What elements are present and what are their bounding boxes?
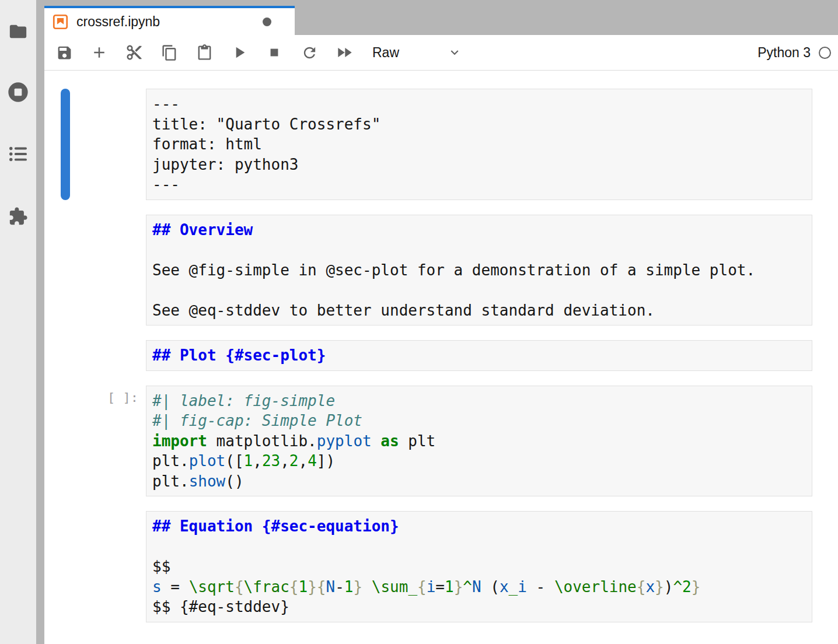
cell-0-raw[interactable]: ---title: "Quarto Crossrefs"format: html… xyxy=(44,89,812,200)
cell-3-code[interactable]: [ ]:#| label: fig-simple#| fig-cap: Simp… xyxy=(44,386,812,497)
code-line: $$ {#eq-stddev} xyxy=(152,597,806,617)
tab-bar: crossref.ipynb xyxy=(44,0,838,35)
cell-gutter xyxy=(44,340,146,371)
cell-gutter xyxy=(44,89,146,200)
notebook-toolbar: Raw Python 3 xyxy=(44,35,838,71)
plus-icon xyxy=(90,44,108,61)
left-activity-bar xyxy=(0,0,36,644)
cell-2-markdown[interactable]: ## Plot {#sec-plot} xyxy=(44,340,812,371)
code-line: --- xyxy=(152,94,806,114)
cell-editor[interactable]: ## Overview See @fig-simple in @sec-plot… xyxy=(146,215,812,326)
cell-4-markdown[interactable]: ## Equation {#sec-equation} $$s = \sqrt{… xyxy=(44,511,812,622)
code-line: ## Plot {#sec-plot} xyxy=(152,345,806,366)
code-line: plt.plot([1,23,2,4]) xyxy=(152,451,806,471)
chevron-down-icon xyxy=(447,45,468,60)
cut-cells-button[interactable] xyxy=(117,36,152,69)
cell-type-dropdown[interactable]: Raw xyxy=(362,36,468,69)
code-line: $$ xyxy=(152,556,806,577)
run-cell-button[interactable] xyxy=(222,36,257,69)
insert-cell-below-button[interactable] xyxy=(82,36,117,69)
cell-gutter xyxy=(44,511,146,622)
play-icon xyxy=(230,43,249,62)
cell-editor[interactable]: ## Equation {#sec-equation} $$s = \sqrt{… xyxy=(146,511,812,622)
list-icon xyxy=(8,145,28,165)
code-line: title: "Quarto Crossrefs" xyxy=(152,114,806,135)
code-line xyxy=(152,240,806,260)
tab-crossref-ipynb[interactable]: crossref.ipynb xyxy=(44,6,295,35)
code-line: #| fig-cap: Simple Plot xyxy=(152,411,806,431)
code-line: plt.show() xyxy=(152,471,806,492)
code-line: #| label: fig-simple xyxy=(152,391,806,411)
notebook-icon xyxy=(53,14,68,30)
cell-gutter: [ ]: xyxy=(44,386,146,497)
copy-icon xyxy=(161,44,178,61)
cell-editor[interactable]: #| label: fig-simple#| fig-cap: Simple P… xyxy=(146,386,812,497)
kernel-name: Python 3 xyxy=(757,45,811,61)
cell-1-markdown[interactable]: ## Overview See @fig-simple in @sec-plot… xyxy=(44,215,812,326)
code-line: See @fig-simple in @sec-plot for a demon… xyxy=(152,260,806,281)
sidebar-divider xyxy=(36,0,44,644)
kernel-indicator[interactable]: Python 3 xyxy=(757,45,838,61)
cell-editor[interactable]: ---title: "Quarto Crossrefs"format: html… xyxy=(146,89,812,200)
stop-icon xyxy=(266,44,282,61)
code-line: ## Overview xyxy=(152,220,806,240)
code-line: --- xyxy=(152,174,806,195)
sidebar-item-extension-manager[interactable] xyxy=(0,206,36,229)
sidebar-item-running-terminals-kernels[interactable] xyxy=(0,80,36,106)
code-line: ## Equation {#sec-equation} xyxy=(152,516,806,537)
cell-type-value: Raw xyxy=(372,45,399,61)
code-line: s = \sqrt{\frac{1}{N-1} \sum_{i=1}^N (x_… xyxy=(152,577,806,597)
cell-gutter xyxy=(44,215,146,326)
restart-kernel-button[interactable] xyxy=(292,36,327,69)
folder-icon xyxy=(8,22,28,44)
code-line xyxy=(152,537,806,557)
save-icon xyxy=(56,44,73,61)
restart-and-run-all-button[interactable] xyxy=(327,36,362,69)
tab-title: crossref.ipynb xyxy=(76,14,160,30)
notebook-cells: ---title: "Quarto Crossrefs"format: html… xyxy=(44,71,838,644)
copy-cells-button[interactable] xyxy=(152,36,187,69)
main-panel: crossref.ipynb Raw Python 3 ---title: "Q… xyxy=(44,0,838,644)
paste-cells-button[interactable] xyxy=(187,36,222,69)
clipboard-icon xyxy=(196,44,213,61)
code-line: See @eq-stddev to better understand stan… xyxy=(152,300,806,321)
refresh-icon xyxy=(301,44,318,61)
jupyterlab-window: crossref.ipynb Raw Python 3 ---title: "Q… xyxy=(0,0,838,644)
code-line: format: html xyxy=(152,134,806,155)
execution-prompt: [ ]: xyxy=(107,390,138,405)
puzzle-icon xyxy=(8,206,28,229)
unsaved-changes-indicator xyxy=(263,18,271,26)
kernel-status-icon xyxy=(819,47,831,59)
sidebar-item-table-of-contents[interactable] xyxy=(0,145,36,165)
scissors-icon xyxy=(125,44,143,61)
interrupt-kernel-button[interactable] xyxy=(257,36,292,69)
selected-cell-collapser[interactable] xyxy=(61,89,70,200)
sidebar-item-file-browser[interactable] xyxy=(0,22,36,44)
code-line: import matplotlib.pyplot as plt xyxy=(152,431,806,452)
stop-circle-icon xyxy=(6,80,30,106)
fast-forward-icon xyxy=(335,43,354,62)
code-line xyxy=(152,280,806,300)
save-button[interactable] xyxy=(47,36,82,69)
code-line: jupyter: python3 xyxy=(152,155,806,175)
cell-editor[interactable]: ## Plot {#sec-plot} xyxy=(146,340,812,371)
